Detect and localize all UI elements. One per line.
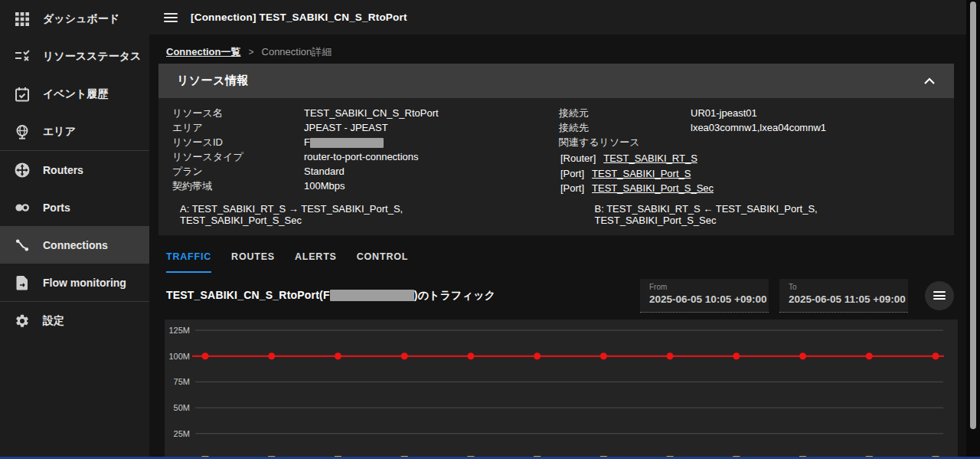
sidebar-item-label: エリア bbox=[43, 125, 76, 139]
sidebar-item-label: Flow monitoring bbox=[43, 277, 126, 289]
dashboard-icon bbox=[13, 10, 31, 28]
resource-info-panel-body: リソース名 TEST_SABIKI_CN_S_RtoPort エリア JPEAS… bbox=[158, 98, 954, 235]
sidebar-item-resource-status[interactable]: リソースステータス bbox=[0, 38, 149, 75]
router-link[interactable]: TEST_SABIKI_RT_S bbox=[603, 152, 697, 164]
traffic-chart: 125M100M75M50M25M010:0510:1010:1510:2010… bbox=[165, 320, 958, 459]
redacted-chart-id bbox=[330, 290, 414, 301]
direction-b-text: B: TEST_SABIKI_RT_S ← TEST_SABIKI_Port_S… bbox=[595, 203, 939, 226]
sidebar-item-label: リソースステータス bbox=[43, 50, 141, 64]
sidebar-item-label: ダッシュボード bbox=[43, 12, 119, 26]
main-content: Connection一覧 > Connection詳細 リソース情報 リソース名… bbox=[149, 34, 966, 459]
traffic-chart-svg: 125M100M75M50M25M010:0510:1010:1510:2010… bbox=[165, 320, 958, 459]
field-bandwidth: 契約帯域 100Mbps bbox=[172, 179, 559, 193]
vertical-scrollbar-thumb[interactable] bbox=[970, 2, 976, 429]
resource-info-panel: リソース情報 リソース名 TEST_SABIKI_CN_S_RtoPort エリ… bbox=[158, 64, 954, 235]
sidebar-item-label: Ports bbox=[43, 202, 70, 214]
related-resource-row: [Port]TEST_SABIKI_Port_S_Sec bbox=[559, 181, 939, 196]
ports-icon bbox=[13, 198, 31, 217]
field-related-resources: 関連するリソース bbox=[559, 135, 939, 149]
sidebar-item-ports[interactable]: Ports bbox=[0, 189, 149, 226]
svg-text:25M: 25M bbox=[174, 428, 190, 438]
breadcrumb-separator: > bbox=[249, 47, 254, 57]
chart-menu-button[interactable] bbox=[925, 281, 954, 310]
sidebar-item-area[interactable]: エリア bbox=[0, 113, 149, 150]
sidebar-item-routers[interactable]: Routers bbox=[0, 151, 149, 189]
topbar: [Connection] TEST_SABIKI_CN_S_RtoPort bbox=[149, 0, 966, 34]
breadcrumb: Connection一覧 > Connection詳細 bbox=[166, 45, 966, 59]
svg-text:125M: 125M bbox=[168, 326, 190, 335]
resource-info-panel-header[interactable]: リソース情報 bbox=[158, 64, 954, 98]
vertical-scrollbar-track[interactable] bbox=[966, 0, 980, 459]
direction-a-text: A: TEST_SABIKI_RT_S → TEST_SABIKI_Port_S… bbox=[180, 203, 524, 226]
sidebar-item-flow-monitoring[interactable]: Flow monitoring bbox=[0, 264, 149, 301]
breadcrumb-current: Connection詳細 bbox=[262, 45, 332, 59]
field-resource-type: リソースタイプ router-to-port-connections bbox=[172, 149, 559, 164]
tab-routes[interactable]: ROUTES bbox=[231, 247, 275, 273]
svg-text:100M: 100M bbox=[168, 351, 190, 360]
field-resource-name: リソース名 TEST_SABIKI_CN_S_RtoPort bbox=[172, 106, 559, 120]
tab-control[interactable]: CONTROL bbox=[357, 247, 408, 273]
sidebar-item-settings[interactable]: 設定 bbox=[0, 302, 149, 339]
breadcrumb-connection-list-link[interactable]: Connection一覧 bbox=[166, 45, 241, 59]
sidebar-item-label: Connections bbox=[43, 239, 108, 251]
resource-status-icon bbox=[13, 48, 31, 66]
menu-hamburger-icon[interactable] bbox=[164, 13, 178, 22]
related-resource-row: [Router]TEST_SABIKI_RT_S bbox=[559, 151, 939, 166]
tab-traffic[interactable]: TRAFFIC bbox=[166, 247, 211, 273]
traffic-chart-title: TEST_SABIKI_CN_S_RtoPort(F)のトラフィック bbox=[166, 289, 495, 303]
traffic-header: TEST_SABIKI_CN_S_RtoPort(F)のトラフィック From … bbox=[166, 279, 954, 313]
port-sec-link[interactable]: TEST_SABIKI_Port_S_Sec bbox=[592, 182, 714, 194]
tab-alerts[interactable]: ALERTS bbox=[295, 247, 337, 273]
sidebar-item-dashboard[interactable]: ダッシュボード bbox=[0, 0, 149, 38]
page-title: [Connection] TEST_SABIKI_CN_S_RtoPort bbox=[191, 11, 407, 23]
sidebar-item-connections[interactable]: Connections bbox=[0, 226, 149, 264]
redacted-resource-id bbox=[310, 138, 384, 148]
sidebar-item-label: イベント履歴 bbox=[43, 87, 108, 101]
area-globe-icon bbox=[13, 123, 31, 141]
chart-menu-icon bbox=[933, 291, 946, 300]
field-connection-source: 接続元 UR01-jpeast01 bbox=[559, 106, 939, 120]
field-plan: プラン Standard bbox=[172, 164, 559, 179]
svg-text:75M: 75M bbox=[174, 377, 190, 386]
sidebar-item-label: Routers bbox=[43, 164, 83, 176]
port-link[interactable]: TEST_SABIKI_Port_S bbox=[592, 168, 691, 179]
flow-monitoring-icon bbox=[13, 274, 31, 292]
event-history-icon bbox=[13, 85, 31, 103]
sidebar: ダッシュボード リソースステータス イベント履歴 エリア Routers Por… bbox=[0, 0, 149, 459]
detail-tabs: TRAFFIC ROUTES ALERTS CONTROL bbox=[166, 247, 966, 273]
from-date-input[interactable]: From 2025-06-05 10:05 +09:00 bbox=[640, 279, 769, 313]
svg-text:50M: 50M bbox=[174, 403, 190, 412]
collapse-chevron-up-icon[interactable] bbox=[923, 77, 936, 85]
field-area: エリア JPEAST - JPEAST bbox=[172, 120, 559, 135]
settings-gear-icon bbox=[13, 312, 31, 330]
field-resource-id: リソースID F bbox=[172, 135, 559, 149]
to-date-input[interactable]: To 2025-06-05 11:05 +09:00 bbox=[779, 279, 908, 313]
connections-icon bbox=[13, 236, 31, 254]
routers-icon bbox=[13, 161, 31, 179]
panel-title: リソース情報 bbox=[177, 74, 249, 88]
sidebar-item-label: 設定 bbox=[43, 314, 64, 328]
sidebar-item-event-history[interactable]: イベント履歴 bbox=[0, 75, 149, 113]
related-resource-row: [Port]TEST_SABIKI_Port_S bbox=[559, 166, 939, 182]
field-connection-destination: 接続先 lxea03comnw1,lxea04comnw1 bbox=[559, 120, 939, 135]
